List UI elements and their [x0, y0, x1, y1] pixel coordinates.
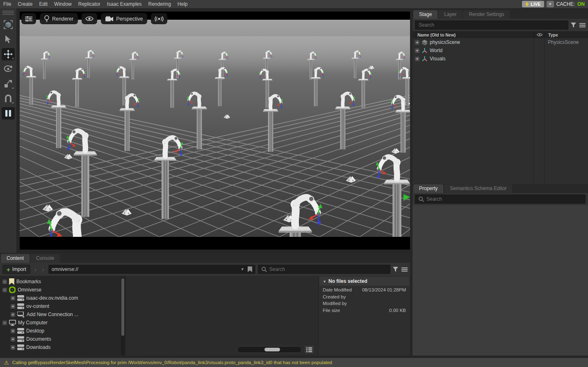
- menu-item[interactable]: Edit: [36, 0, 51, 8]
- tab[interactable]: Property: [413, 184, 443, 193]
- expand-icon[interactable]: +: [415, 57, 419, 61]
- rotate-icon: [4, 64, 13, 73]
- back-button[interactable]: ‹: [33, 266, 38, 273]
- path-bar[interactable]: omniverse:// ▼: [48, 265, 255, 274]
- viewport-3d-scene[interactable]: [20, 20, 410, 237]
- path-value[interactable]: omniverse://: [52, 266, 237, 272]
- tab[interactable]: Semantics Schema Editor: [444, 184, 512, 193]
- content-browser: ContentConsole + Import ‹ › omniverse://…: [0, 253, 410, 356]
- isaac-sim-window: FileCreateEditWindowReplicatorIsaac Exam…: [0, 0, 588, 367]
- menu-item[interactable]: Create: [14, 0, 36, 8]
- axis-icon: [422, 56, 428, 62]
- viewport-frame: Renderer Perspective: [16, 8, 413, 253]
- tab[interactable]: Layer: [438, 10, 462, 19]
- tool-button[interactable]: [2, 107, 15, 119]
- stage-row[interactable]: + physicsScene PhysicsScene: [413, 38, 588, 46]
- menu-item[interactable]: Window: [51, 0, 75, 8]
- property-body: [413, 205, 588, 356]
- live-button[interactable]: LIVE: [522, 1, 544, 7]
- menu-item[interactable]: Replicator: [75, 0, 104, 8]
- forward-button[interactable]: ›: [41, 266, 46, 273]
- property-panel: PropertySemantics Schema Editor: [413, 184, 588, 356]
- details-header[interactable]: No files selected: [319, 277, 409, 286]
- tree-item[interactable]: + Add New Connection ...: [0, 310, 125, 319]
- expand-icon[interactable]: −: [2, 280, 7, 284]
- expand-icon[interactable]: +: [11, 304, 15, 309]
- tool-button[interactable]: [2, 78, 15, 90]
- stage-row[interactable]: + World: [413, 46, 588, 55]
- left-toolbar: [0, 8, 16, 253]
- expand-icon[interactable]: +: [11, 329, 15, 333]
- path-dropdown-icon[interactable]: ▼: [241, 267, 244, 271]
- tab[interactable]: Render Settings: [463, 10, 510, 19]
- menu-bar: FileCreateEditWindowReplicatorIsaac Exam…: [0, 0, 588, 8]
- expand-icon[interactable]: +: [11, 337, 15, 342]
- expand-icon[interactable]: +: [415, 40, 419, 45]
- plus-icon: +: [7, 266, 10, 273]
- tree-item[interactable]: + isaac-dev.ov.nvidia.com: [0, 294, 125, 302]
- live-dropdown[interactable]: ▼: [547, 1, 554, 7]
- detail-row: Date Modified08/13/2024 01:28PM: [319, 287, 410, 294]
- tree-scrollbar[interactable]: [121, 278, 125, 356]
- move-icon: [4, 50, 13, 59]
- content-search-input[interactable]: [269, 266, 387, 272]
- options-menu-icon[interactable]: [579, 23, 586, 28]
- expand-icon[interactable]: +: [11, 345, 15, 350]
- tool-button[interactable]: [2, 18, 15, 31]
- bookmark-icon: [9, 278, 14, 285]
- camera-button[interactable]: Perspective: [101, 13, 147, 24]
- expand-icon[interactable]: +: [415, 48, 419, 53]
- menu-item[interactable]: Help: [174, 0, 191, 8]
- options-menu-icon[interactable]: [401, 267, 408, 272]
- slider-thumb[interactable]: [264, 348, 280, 351]
- tool-button[interactable]: [2, 92, 15, 105]
- camera-label: Perspective: [116, 16, 143, 22]
- drag-handle-icon[interactable]: [2, 11, 14, 15]
- tab[interactable]: Content: [1, 254, 30, 263]
- camera-icon: [105, 16, 113, 21]
- tree-item[interactable]: − My Computer: [0, 319, 125, 327]
- expand-icon[interactable]: −: [2, 321, 7, 325]
- renderer-button[interactable]: Renderer: [40, 13, 78, 24]
- import-button[interactable]: + Import: [2, 265, 30, 274]
- column-name[interactable]: Name (Old to New): [413, 32, 534, 37]
- filter-icon[interactable]: [571, 23, 576, 28]
- bookmark-icon[interactable]: [248, 266, 252, 272]
- lightning-icon: [525, 2, 529, 7]
- visibility-button[interactable]: [82, 13, 97, 24]
- tool-button[interactable]: [2, 63, 15, 75]
- column-type[interactable]: Type: [545, 31, 588, 38]
- tool-button[interactable]: [2, 48, 15, 60]
- lightbulb-icon: [44, 15, 49, 22]
- viewport-settings-button[interactable]: [21, 13, 36, 24]
- tree-item[interactable]: + Documents: [0, 335, 125, 343]
- thumbnail-size-slider[interactable]: [237, 346, 302, 353]
- view-mode-button[interactable]: [305, 346, 314, 353]
- tree-item[interactable]: + Desktop: [0, 327, 125, 335]
- stage-tree: + physicsScene PhysicsScene +: [413, 38, 588, 184]
- tool-button[interactable]: [2, 33, 15, 46]
- tab[interactable]: Console: [30, 254, 60, 263]
- broadcast-button[interactable]: [151, 13, 167, 24]
- tree-item[interactable]: + Downloads: [0, 343, 125, 351]
- content-search[interactable]: [258, 265, 390, 274]
- filter-icon[interactable]: [393, 267, 398, 272]
- stage-row[interactable]: + Visuals: [413, 55, 588, 63]
- stage-search-input[interactable]: [415, 21, 568, 30]
- cache-label: CACHE:: [556, 1, 575, 7]
- tree-item[interactable]: − Bookmarks: [0, 278, 125, 286]
- file-grid-area[interactable]: [125, 276, 318, 356]
- menu-item[interactable]: Rendering: [145, 0, 174, 8]
- tree-item[interactable]: + ov-content: [0, 302, 125, 310]
- tab[interactable]: Stage: [413, 10, 438, 19]
- expand-icon[interactable]: +: [11, 296, 15, 300]
- menu-item[interactable]: Isaac Examples: [104, 0, 145, 8]
- expand-icon[interactable]: +: [11, 312, 15, 317]
- scale-icon: [4, 80, 12, 88]
- viewport-3d[interactable]: Renderer Perspective: [20, 11, 410, 250]
- menu-item[interactable]: File: [0, 0, 14, 8]
- tree-item[interactable]: − Omniverse: [0, 286, 125, 294]
- expand-icon[interactable]: −: [2, 288, 7, 292]
- detail-row: Modified by: [319, 300, 410, 307]
- property-search-input[interactable]: [426, 196, 582, 202]
